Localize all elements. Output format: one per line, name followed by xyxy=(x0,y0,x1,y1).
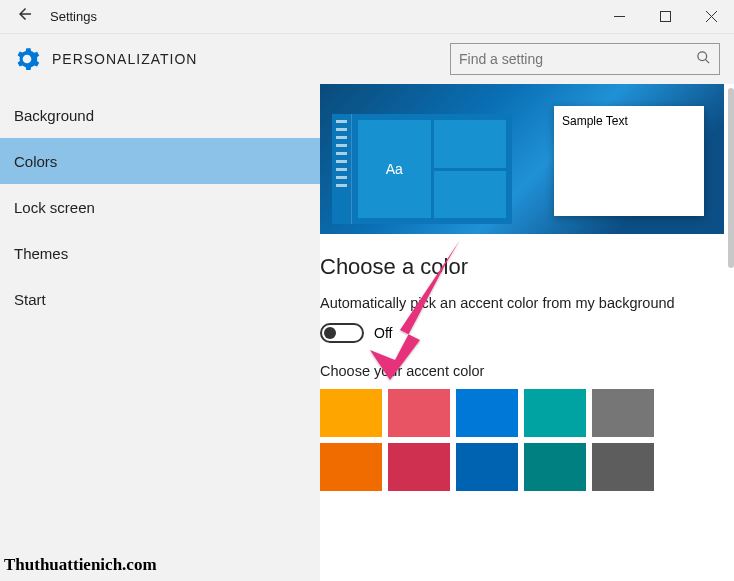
preview-start-menu: Aa xyxy=(332,114,512,224)
minimize-button[interactable] xyxy=(596,0,642,34)
toggle-knob xyxy=(324,327,336,339)
color-swatch[interactable] xyxy=(592,389,654,437)
sidebar-item-label: Lock screen xyxy=(14,199,95,216)
section-title: Choose a color xyxy=(320,254,724,280)
sidebar-item-lockscreen[interactable]: Lock screen xyxy=(0,184,320,230)
preview-tiles: Aa xyxy=(352,114,512,224)
color-swatch[interactable] xyxy=(320,389,382,437)
sidebar: Background Colors Lock screen Themes Sta… xyxy=(0,84,320,581)
color-swatches xyxy=(320,389,724,491)
section-heading: PERSONALIZATION xyxy=(52,51,450,67)
search-icon xyxy=(696,50,711,68)
preview-tile-big: Aa xyxy=(358,120,431,218)
search-input[interactable] xyxy=(459,51,696,67)
color-swatch[interactable] xyxy=(592,443,654,491)
sidebar-item-start[interactable]: Start xyxy=(0,276,320,322)
sidebar-item-label: Colors xyxy=(14,153,57,170)
header: PERSONALIZATION xyxy=(0,34,734,84)
window-title: Settings xyxy=(50,9,596,24)
sample-text-label: Sample Text xyxy=(562,114,628,128)
color-swatch[interactable] xyxy=(388,389,450,437)
preview-tile xyxy=(434,120,507,168)
svg-rect-1 xyxy=(660,12,670,22)
back-arrow-icon xyxy=(16,5,34,23)
maximize-button[interactable] xyxy=(642,0,688,34)
sidebar-item-background[interactable]: Background xyxy=(0,92,320,138)
color-swatch[interactable] xyxy=(456,389,518,437)
sidebar-item-colors[interactable]: Colors xyxy=(0,138,320,184)
color-swatch[interactable] xyxy=(524,389,586,437)
sidebar-item-label: Background xyxy=(14,107,94,124)
sidebar-item-label: Themes xyxy=(14,245,68,262)
window-controls xyxy=(596,0,734,34)
sidebar-item-label: Start xyxy=(14,291,46,308)
gear-icon xyxy=(14,46,40,72)
accent-color-label: Choose your accent color xyxy=(320,363,724,379)
color-swatch[interactable] xyxy=(388,443,450,491)
titlebar: Settings xyxy=(0,0,734,34)
svg-point-4 xyxy=(698,52,707,61)
color-preview: Aa Sample Text xyxy=(320,84,724,234)
search-box[interactable] xyxy=(450,43,720,75)
toggle-state-label: Off xyxy=(374,325,392,341)
toggle-row: Off xyxy=(320,323,724,343)
color-swatch[interactable] xyxy=(456,443,518,491)
back-button[interactable] xyxy=(0,5,50,28)
auto-pick-toggle[interactable] xyxy=(320,323,364,343)
svg-line-5 xyxy=(705,59,709,63)
preview-tile xyxy=(434,171,507,219)
auto-pick-label: Automatically pick an accent color from … xyxy=(320,294,724,313)
sidebar-item-themes[interactable]: Themes xyxy=(0,230,320,276)
watermark: Thuthuattienich.com xyxy=(4,555,157,575)
color-swatch[interactable] xyxy=(320,443,382,491)
content: Background Colors Lock screen Themes Sta… xyxy=(0,84,734,581)
preview-sample-window: Sample Text xyxy=(554,106,704,216)
main-pane: Aa Sample Text Choose a color Automatica… xyxy=(320,84,734,581)
close-button[interactable] xyxy=(688,0,734,34)
scrollbar[interactable] xyxy=(728,88,734,268)
color-swatch[interactable] xyxy=(524,443,586,491)
preview-list xyxy=(332,114,352,224)
